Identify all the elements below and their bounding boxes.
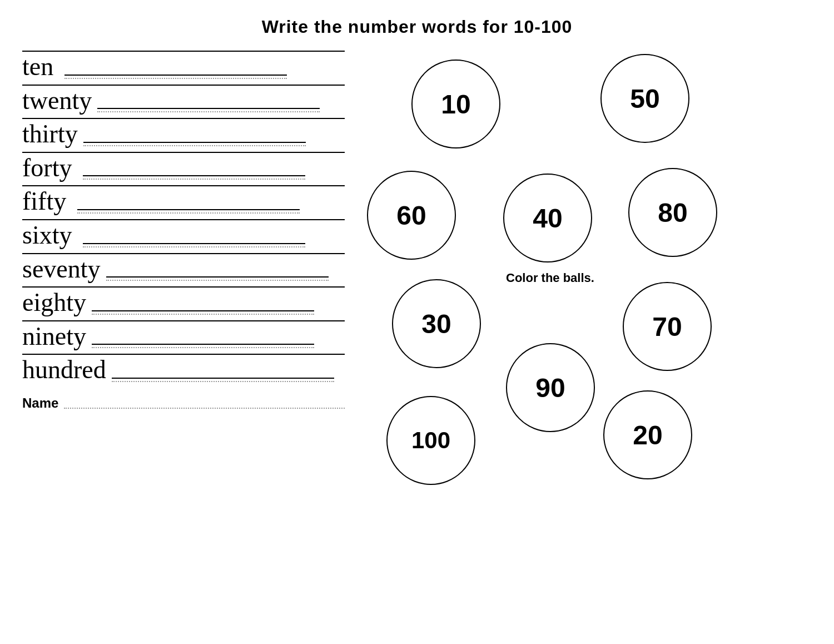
- circle-10: 10: [411, 60, 500, 148]
- circle-100: 100: [386, 396, 475, 485]
- circle-40: 40: [503, 174, 592, 262]
- word-forty: forty: [22, 154, 72, 182]
- word-ninety: ninety: [22, 323, 86, 351]
- circle-60: 60: [367, 171, 456, 260]
- circle-80: 80: [628, 168, 717, 257]
- word-eighty: eighty: [22, 289, 86, 317]
- word-row-seventy: seventy: [22, 251, 345, 284]
- name-label: Name: [22, 395, 58, 411]
- right-panel: 10 50 60 40 80 Color the balls. 30 70 90…: [356, 48, 812, 633]
- page-title: Write the number words for 10-100: [22, 17, 812, 37]
- name-line[interactable]: [64, 398, 345, 409]
- word-row-hundred: hundred: [22, 351, 345, 384]
- word-row-twenty: twenty: [22, 82, 345, 115]
- circle-20: 20: [603, 390, 692, 479]
- word-sixty: sixty: [22, 221, 72, 250]
- word-row-sixty: sixty: [22, 217, 345, 250]
- circle-70: 70: [623, 282, 712, 371]
- word-thirty: thirty: [22, 120, 78, 148]
- page: Write the number words for 10-100 ten: [0, 0, 834, 644]
- circle-90: 90: [506, 343, 595, 432]
- word-row-ten: ten: [22, 48, 345, 81]
- word-row-forty: forty: [22, 150, 345, 182]
- word-ten: ten: [22, 53, 53, 81]
- word-twenty: twenty: [22, 87, 92, 115]
- word-fifty: fifty: [22, 187, 66, 216]
- circle-50: 50: [600, 54, 689, 143]
- name-row: Name: [22, 395, 345, 411]
- main-content: ten twenty: [22, 48, 812, 633]
- word-hundred: hundred: [22, 356, 106, 384]
- word-row-eighty: eighty: [22, 284, 345, 317]
- word-row-thirty: thirty: [22, 116, 345, 148]
- word-row-ninety: ninety: [22, 318, 345, 351]
- circle-30: 30: [392, 279, 481, 368]
- left-panel: ten twenty: [22, 48, 345, 633]
- color-instruction: Color the balls.: [506, 271, 594, 285]
- word-row-fifty: fifty: [22, 183, 345, 216]
- word-seventy: seventy: [22, 255, 101, 284]
